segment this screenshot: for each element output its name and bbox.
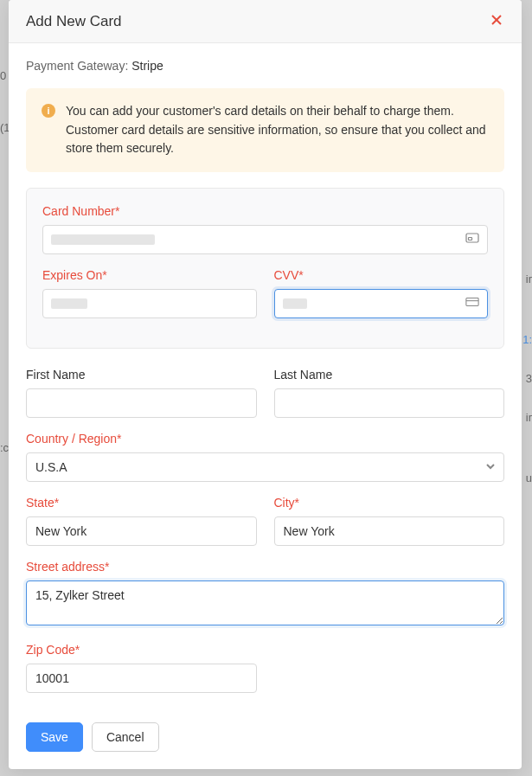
city-label: City*	[274, 496, 505, 510]
modal-body: Payment Gateway: Stripe i You can add yo…	[9, 43, 522, 710]
expires-input[interactable]	[42, 289, 257, 318]
country-select[interactable]: U.S.A	[26, 452, 504, 482]
state-field: State*	[26, 496, 257, 546]
modal-header: Add New Card	[9, 0, 522, 43]
first-name-input[interactable]	[26, 388, 257, 418]
last-name-input[interactable]	[274, 388, 505, 418]
card-details-section: Card Number* Expires On*	[26, 188, 504, 349]
add-card-modal: Add New Card Payment Gateway: Stripe i Y…	[9, 0, 522, 769]
save-button[interactable]: Save	[26, 722, 83, 752]
state-label: State*	[26, 496, 257, 510]
cvv-field: CVV*	[274, 268, 489, 332]
country-field: Country / Region* U.S.A	[26, 432, 504, 482]
street-label: Street address*	[26, 560, 504, 574]
city-field: City*	[274, 496, 505, 546]
cancel-button[interactable]: Cancel	[92, 722, 159, 752]
modal-title: Add New Card	[26, 13, 122, 30]
cvv-label: CVV*	[274, 268, 489, 282]
state-input[interactable]	[26, 516, 257, 546]
street-field: Street address*	[26, 560, 504, 629]
city-input[interactable]	[274, 516, 505, 546]
first-name-label: First Name	[26, 368, 257, 382]
payment-gateway-line: Payment Gateway: Stripe	[26, 59, 504, 73]
close-icon	[490, 14, 503, 29]
zip-input[interactable]	[26, 664, 257, 693]
card-number-input[interactable]	[42, 225, 488, 254]
street-input[interactable]	[26, 580, 504, 625]
country-label: Country / Region*	[26, 432, 504, 446]
modal-footer: Save Cancel	[9, 710, 522, 769]
last-name-field: Last Name	[274, 368, 505, 418]
gateway-label: Payment Gateway:	[26, 59, 131, 73]
info-icon: i	[42, 104, 55, 118]
expires-label: Expires On*	[42, 268, 257, 282]
close-button[interactable]	[489, 12, 504, 30]
info-banner: i You can add your customer's card detai…	[26, 88, 504, 172]
cvv-input[interactable]	[274, 289, 489, 318]
card-number-field: Card Number*	[42, 204, 488, 254]
info-text: You can add your customer's card details…	[66, 102, 489, 158]
first-name-field: First Name	[26, 368, 257, 418]
gateway-value: Stripe	[131, 59, 163, 73]
expires-field: Expires On*	[42, 268, 257, 318]
last-name-label: Last Name	[274, 368, 505, 382]
zip-label: Zip Code*	[26, 643, 257, 657]
card-number-label: Card Number*	[42, 204, 488, 218]
zip-field: Zip Code*	[26, 643, 257, 693]
